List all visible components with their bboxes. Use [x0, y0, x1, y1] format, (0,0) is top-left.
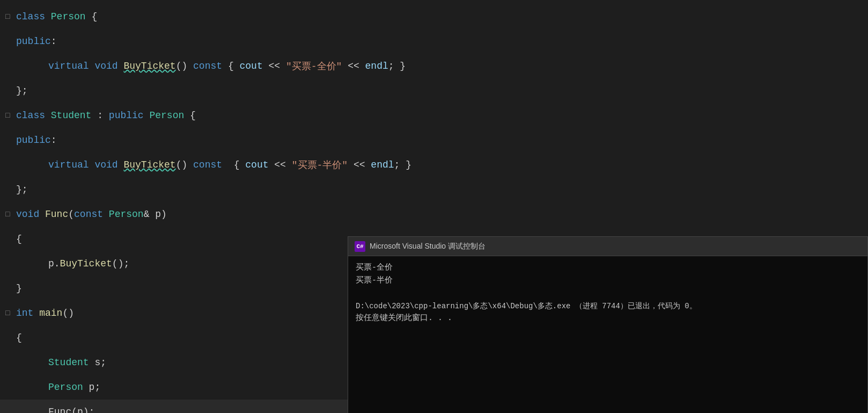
code-token: const	[74, 209, 103, 220]
code-token: BuyTicket	[123, 160, 175, 170]
fold-icon-14[interactable]	[5, 334, 14, 342]
code-token: p;	[83, 382, 100, 393]
code-token: class	[16, 110, 51, 121]
code-token: :	[51, 36, 57, 47]
code-token: cout	[239, 61, 262, 71]
console-body: 买票-全价 买票-半价 D:\code\2023\cpp-learning\多态…	[348, 256, 867, 413]
console-output-line-5: 按任意键关闭此窗口. . .	[356, 312, 860, 325]
code-token: main	[39, 308, 62, 318]
code-token: endl	[371, 160, 394, 170]
code-token: Person	[144, 110, 185, 121]
console-window[interactable]: C# Microsoft Visual Studio 调试控制台 买票-全价 买…	[348, 236, 868, 413]
code-line-4: };	[0, 78, 868, 103]
code-token: public	[109, 110, 144, 121]
code-token: class	[16, 11, 51, 22]
fold-icon-4[interactable]	[5, 86, 14, 95]
fold-icon-16[interactable]	[5, 383, 14, 392]
fold-icon-1[interactable]: □	[5, 12, 14, 21]
fold-icon-6[interactable]	[5, 136, 14, 144]
code-token: BuyTicket	[60, 258, 112, 269]
code-token: & p)	[144, 209, 167, 220]
fold-icon-10[interactable]	[5, 235, 14, 243]
code-token: {	[16, 234, 22, 244]
code-token: ();	[112, 258, 129, 269]
code-token: ()	[62, 308, 74, 318]
fold-icon-17[interactable]	[5, 408, 14, 413]
code-token: const	[193, 160, 222, 170]
code-token: "买票-全价"	[286, 60, 342, 73]
code-token: int	[16, 308, 39, 318]
code-line-9: □void Func(const Person& p)	[0, 202, 868, 227]
code-token: <<	[263, 61, 286, 71]
code-token: {	[16, 332, 22, 343]
code-line-7: virtual void BuyTicket() const { cout <<…	[0, 153, 868, 177]
code-token: cout	[245, 160, 268, 170]
fold-icon-8[interactable]	[5, 185, 14, 194]
code-token: virtual	[48, 160, 94, 170]
code-token: {	[222, 61, 239, 71]
code-token: {	[222, 160, 245, 170]
fold-icon-2[interactable]	[5, 37, 14, 46]
code-token: Person	[103, 209, 144, 220]
code-token: <<	[269, 160, 292, 170]
console-output-line-1: 买票-全价	[356, 262, 860, 274]
code-token: :	[91, 110, 108, 121]
code-token: BuyTicket	[123, 61, 175, 71]
fold-icon-5[interactable]: □	[5, 111, 14, 120]
console-vs-icon: C#	[355, 241, 365, 252]
code-line-5: □class Student : public Person {	[0, 103, 868, 128]
fold-icon-7[interactable]	[5, 161, 14, 169]
fold-icon-3[interactable]	[5, 62, 14, 70]
code-token: };	[16, 85, 28, 96]
code-token: Func	[45, 209, 68, 220]
code-token: endl	[365, 61, 388, 71]
code-token: ; }	[388, 61, 406, 71]
fold-icon-12[interactable]	[5, 284, 14, 293]
console-titlebar: C# Microsoft Visual Studio 调试控制台	[348, 237, 867, 256]
code-line-8: };	[0, 177, 868, 202]
fold-icon-11[interactable]	[5, 259, 14, 268]
code-line-6: public:	[0, 128, 868, 153]
code-token: void	[16, 209, 45, 220]
code-token: void	[94, 160, 123, 170]
console-title: Microsoft Visual Studio 调试控制台	[370, 242, 486, 251]
code-token: {	[86, 11, 98, 22]
console-output-line-3	[356, 287, 860, 300]
code-token: Person	[48, 382, 83, 393]
fold-icon-13[interactable]: □	[5, 309, 14, 317]
code-token: virtual	[48, 61, 94, 71]
code-token: Person	[51, 11, 86, 22]
code-line-3: virtual void BuyTicket() const { cout <<…	[0, 54, 868, 78]
code-token: "买票-半价"	[292, 158, 348, 171]
code-token: <<	[342, 61, 365, 71]
code-token: void	[94, 61, 123, 71]
code-token: ; }	[394, 160, 411, 170]
code-token: {	[184, 110, 196, 121]
code-token: public	[16, 135, 51, 146]
code-token: Student	[51, 110, 92, 121]
fold-icon-9[interactable]: □	[5, 210, 14, 219]
code-token: public	[16, 36, 51, 47]
code-line-2: public:	[0, 29, 868, 54]
code-token: };	[16, 184, 28, 195]
code-token: p.	[48, 258, 60, 269]
console-output-line-2: 买票-半价	[356, 274, 860, 287]
code-token: Student	[48, 357, 89, 368]
code-token: ()	[176, 160, 193, 170]
console-output-line-4: D:\code\2023\cpp-learning\多态\x64\Debug\多…	[356, 300, 860, 312]
code-line-1: □class Person {	[0, 4, 868, 29]
code-token: }	[16, 283, 22, 294]
code-token: <<	[348, 160, 371, 170]
code-token: const	[193, 61, 222, 71]
code-token: ()	[176, 61, 193, 71]
code-token: :	[51, 135, 57, 146]
code-token: Func(p);	[48, 407, 94, 413]
fold-icon-15[interactable]	[5, 358, 14, 367]
code-token: (	[68, 209, 74, 220]
code-token: s;	[89, 357, 106, 368]
